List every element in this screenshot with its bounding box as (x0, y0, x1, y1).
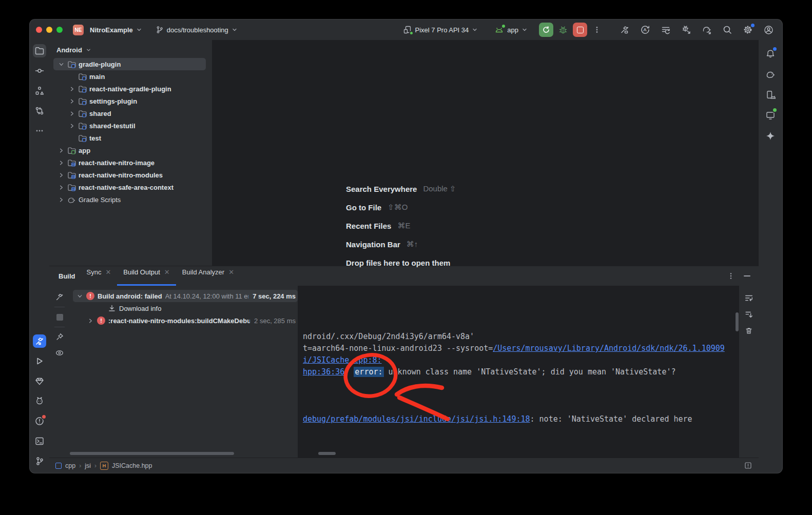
clear-all-button[interactable] (743, 325, 755, 337)
ai-assistant-button[interactable] (764, 129, 777, 143)
running-devices-button[interactable] (764, 109, 777, 122)
module-folder-icon (78, 134, 87, 143)
pin-tab-button[interactable] (53, 331, 66, 343)
debug-button[interactable] (556, 23, 570, 36)
console-line (303, 378, 739, 390)
tree-chevron-icon[interactable] (76, 292, 83, 300)
eye-icon (55, 348, 64, 358)
tab-build-analyzer[interactable]: Build Analyzer✕ (176, 265, 240, 286)
apply-changes-button[interactable]: A (639, 23, 652, 36)
gradle-panel-button[interactable] (764, 68, 777, 81)
device-name: Pixel 7 Pro API 34 (415, 26, 469, 34)
hide-panel-button[interactable] (744, 275, 750, 276)
maximize-window-button[interactable] (56, 27, 63, 33)
tree-chevron-icon[interactable] (68, 85, 75, 92)
apply-code-changes-button[interactable] (659, 23, 672, 36)
scroll-to-end-button[interactable] (743, 308, 755, 321)
build-tree-row[interactable]: !:react-native-nitro-modules:buildCMakeD… (73, 314, 298, 327)
shortcut-row: Navigation Bar⌘↑ (346, 235, 456, 253)
tree-chevron-icon[interactable] (57, 171, 65, 179)
console-link[interactable]: /Users/mrousavy/Library/Android/sdk/ndk/… (493, 344, 725, 353)
search-everywhere-button[interactable] (721, 23, 734, 36)
run-config-selector[interactable]: app (491, 24, 531, 36)
tree-item-shared-testutil[interactable]: shared-testutil (53, 120, 206, 132)
tool-build-button[interactable] (33, 334, 46, 348)
tree-item-test[interactable]: test (53, 132, 206, 144)
build-tree-row[interactable]: !Build android: failedAt 14.10.24, 12:00… (73, 290, 298, 302)
tree-chevron-icon[interactable] (57, 159, 65, 166)
soft-wrap-button[interactable] (743, 292, 755, 304)
chevron-down-icon (231, 27, 238, 33)
tree-item-react-native-nitro-modules[interactable]: react-native-nitro-modules (53, 169, 206, 181)
console-text: : note: 'NativeState' declared here (530, 414, 692, 424)
tree-item-shared[interactable]: shared (53, 107, 206, 120)
tree-chevron-icon[interactable] (68, 110, 75, 117)
tool-project-button[interactable] (33, 44, 46, 57)
tree-chevron-icon[interactable] (87, 317, 94, 324)
tree-chevron-icon[interactable] (57, 147, 65, 154)
project-view-selector[interactable]: Android (49, 44, 212, 58)
view-options-button[interactable] (53, 347, 66, 359)
tab-close-icon[interactable]: ✕ (164, 268, 170, 276)
tree-item-settings-plugin[interactable]: settings-plugin (53, 95, 206, 107)
settings-button[interactable] (741, 23, 755, 36)
tool-terminal-button[interactable] (33, 434, 46, 448)
tree-item-gradle-scripts[interactable]: Gradle Scripts (53, 193, 206, 206)
tree-item-gradle-plugin[interactable]: gradle-plugin (53, 58, 206, 70)
device-manager-button[interactable] (764, 88, 777, 102)
profile-button[interactable] (762, 23, 775, 36)
project-switcher[interactable]: NitroExample (87, 24, 145, 36)
more-run-actions-button[interactable] (590, 23, 604, 36)
tab-close-icon[interactable]: ✕ (228, 268, 234, 276)
build-tree-row[interactable]: Download info (73, 302, 298, 314)
tree-chevron-icon[interactable] (68, 97, 75, 105)
horizontal-scrollbar[interactable] (318, 452, 336, 455)
build-project-button[interactable] (618, 23, 631, 36)
device-selector[interactable]: Pixel 7 Pro API 34 (400, 23, 481, 36)
attach-debugger-button[interactable] (680, 23, 693, 36)
restart-build-button[interactable] (53, 291, 66, 303)
console-link[interactable]: hpp:36:36 (303, 367, 344, 377)
build-duration: 7 sec, 224 ms (248, 290, 296, 302)
console-link[interactable]: i/JSICache.cpp:8: (303, 355, 382, 365)
tree-chevron-icon[interactable] (57, 61, 65, 68)
tree-item-react-native-nitro-image[interactable]: react-native-nitro-image (53, 156, 206, 169)
tree-item-react-native-gradle-plugin[interactable]: react-native-gradle-plugin (53, 83, 206, 95)
tree-item-react-native-safe-area-context[interactable]: react-native-safe-area-context (53, 181, 206, 193)
tool-commit-button[interactable] (33, 64, 46, 77)
horizontal-scrollbar[interactable] (70, 452, 234, 455)
sync-gradle-button[interactable] (700, 23, 713, 36)
more-tool-windows-button[interactable] (33, 124, 46, 137)
breadcrumb-item[interactable]: jsi (85, 462, 91, 469)
breadcrumb-item[interactable]: cpp (65, 462, 75, 469)
tool-pull-requests-button[interactable] (33, 104, 46, 117)
stop-button[interactable] (573, 23, 587, 37)
tab-close-icon[interactable]: ✕ (105, 268, 111, 276)
tab-build-output[interactable]: Build Output✕ (117, 265, 176, 286)
shortcut-keys: ⌘E (397, 221, 410, 230)
tree-chevron-icon[interactable] (57, 184, 65, 191)
tool-run-button[interactable] (33, 354, 46, 368)
tab-sync[interactable]: Sync✕ (81, 265, 118, 286)
vertical-scrollbar[interactable] (736, 312, 739, 331)
branch-switcher[interactable]: docs/troubleshooting (152, 24, 241, 36)
tool-structure-button[interactable] (33, 84, 46, 97)
tree-item-main[interactable]: main (53, 70, 206, 83)
close-window-button[interactable] (36, 27, 42, 33)
rerun-button[interactable] (539, 23, 553, 37)
console-link[interactable]: debug/prefab/modules/jsi/include/jsi/jsi… (303, 414, 530, 424)
build-options-button[interactable] (727, 272, 734, 280)
whats-new-button[interactable] (744, 461, 752, 470)
stop-build-button[interactable] (53, 311, 66, 323)
breadcrumb-item[interactable]: JSICache.hpp (112, 462, 152, 469)
tool-logcat-button[interactable] (33, 394, 46, 408)
svg-text:A: A (643, 27, 647, 32)
minimize-window-button[interactable] (46, 27, 52, 33)
tool-problems-button[interactable] (33, 414, 46, 428)
tool-version-control-button[interactable] (33, 454, 46, 468)
tree-chevron-icon[interactable] (68, 122, 75, 129)
tool-app-quality-insights-button[interactable] (33, 374, 46, 388)
notifications-button[interactable] (764, 47, 777, 61)
tree-chevron-icon[interactable] (57, 196, 65, 203)
tree-item-app[interactable]: app (53, 144, 206, 156)
